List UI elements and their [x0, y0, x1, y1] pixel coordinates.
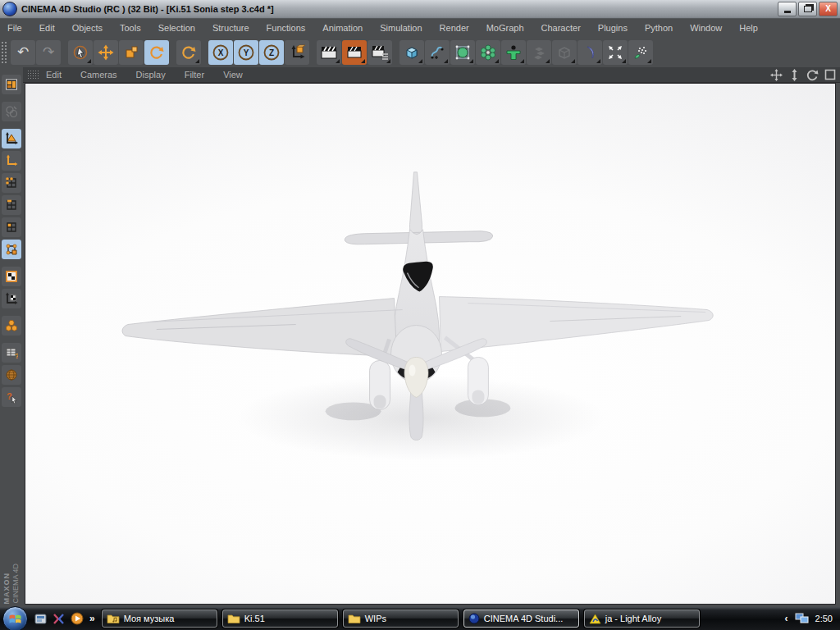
lock-x-button[interactable]: X [208, 40, 233, 65]
lock-z-button[interactable]: Z [259, 40, 284, 65]
commander-button[interactable]: ? [2, 343, 21, 363]
maxon-branding: MAXON CINEMA 4D [2, 564, 21, 607]
perspective-viewport[interactable] [25, 83, 836, 605]
last-tool-button[interactable] [176, 40, 201, 65]
hair-button[interactable] [628, 40, 653, 65]
object-axis-mode-icon [5, 154, 18, 167]
subdivision-surface-button[interactable] [450, 40, 475, 65]
redo-button[interactable]: ↷ [36, 40, 61, 65]
network-icon[interactable] [795, 613, 809, 624]
coordinate-system-button[interactable] [285, 40, 309, 65]
deformer-button[interactable] [527, 40, 551, 65]
menu-objects[interactable]: Objects [72, 23, 103, 33]
convert-button[interactable] [2, 102, 21, 121]
taskbar-button-lightalloy[interactable]: ja - Light Alloy [584, 609, 700, 628]
menu-character[interactable]: Character [541, 23, 581, 33]
close-button[interactable]: X [819, 2, 838, 16]
menu-mograph[interactable]: MoGraph [486, 23, 524, 33]
zoom-view-icon[interactable] [788, 69, 801, 81]
menu-file[interactable]: File [7, 23, 22, 33]
live-selection-button[interactable] [68, 40, 93, 65]
add-cube-button[interactable] [399, 40, 424, 65]
restore-button[interactable] [798, 2, 817, 16]
context-help-button[interactable]: ? [2, 387, 21, 407]
render-view-button[interactable] [317, 40, 341, 65]
minimize-button[interactable] [778, 2, 797, 16]
rotate-button[interactable] [144, 40, 169, 65]
restore-icon [804, 6, 812, 12]
rotate-view-icon[interactable] [806, 69, 819, 81]
menu-help[interactable]: Help [739, 23, 758, 33]
taskbar-button-ki51[interactable]: Ki.51 [222, 609, 338, 628]
model-mode-button[interactable] [2, 129, 21, 148]
menu-structure[interactable]: Structure [212, 23, 249, 33]
viewport-menu-cameras[interactable]: Cameras [80, 70, 117, 80]
edges-mode-icon [5, 199, 18, 212]
commander-icon: ? [5, 346, 18, 359]
render-picture-viewer-button[interactable] [342, 40, 367, 65]
texture-mode-button[interactable] [2, 267, 21, 286]
viewport-menu-display[interactable]: Display [136, 70, 166, 80]
viewport-menu-filter[interactable]: Filter [185, 70, 204, 80]
character-objects-button[interactable] [501, 40, 526, 65]
menu-tools[interactable]: Tools [120, 23, 141, 33]
menu-animation[interactable]: Animation [322, 23, 363, 33]
undo-button[interactable]: ↶ [11, 40, 35, 65]
object-axis-mode-button[interactable] [2, 151, 21, 171]
pan-view-icon[interactable] [770, 69, 783, 81]
scale-button[interactable] [119, 40, 144, 65]
stage-button[interactable] [552, 40, 577, 65]
render-settings-button[interactable] [368, 40, 392, 65]
viewport-menu-view[interactable]: View [223, 70, 243, 80]
quicklaunch-app-icon[interactable] [34, 613, 47, 625]
texture-axis-mode-icon [5, 292, 18, 305]
folder-icon [348, 614, 361, 624]
maxon-logo-text: MAXON [2, 573, 11, 605]
taskbar-button-wips[interactable]: WIPs [343, 609, 459, 628]
taskbar-button-label: WIPs [365, 614, 386, 623]
lock-x-icon: X [212, 43, 230, 62]
viewport-menu-edit[interactable]: Edit [46, 70, 62, 80]
edges-mode-button[interactable] [2, 195, 21, 215]
hair-icon [632, 44, 649, 61]
points-mode-button[interactable] [2, 173, 21, 193]
environment-button[interactable] [578, 40, 602, 65]
menu-functions[interactable]: Functions [267, 23, 306, 33]
taskbar-button-music[interactable]: Моя музыка [102, 609, 217, 628]
quicklaunch-player-icon[interactable] [71, 612, 84, 625]
array-objects-button[interactable] [476, 40, 500, 65]
layout-button[interactable] [2, 75, 21, 94]
spline-pen-button[interactable] [425, 40, 450, 65]
menu-python[interactable]: Python [645, 23, 673, 33]
menu-render[interactable]: Render [440, 23, 469, 33]
internet-button[interactable] [2, 365, 21, 385]
toggle-view-icon[interactable] [824, 69, 836, 80]
c4d-sphere-icon [468, 613, 480, 624]
toolbar-drag-handle[interactable] [1, 41, 8, 64]
rotate-icon [148, 44, 165, 61]
tray-collapse-chevron[interactable]: ‹ [785, 613, 788, 624]
kinematics-mode-button[interactable] [2, 316, 21, 336]
texture-axis-mode-button[interactable] [2, 289, 21, 308]
uv-polygons-mode-button[interactable] [2, 240, 21, 259]
taskbar-button-cinema4d[interactable]: CINEMA 4D Studi... [463, 609, 579, 628]
particles-icon [607, 44, 623, 61]
cinema4d-logo-text: CINEMA 4D [11, 564, 21, 604]
menu-window[interactable]: Window [690, 23, 722, 33]
menu-plugins[interactable]: Plugins [598, 23, 628, 33]
menu-simulation[interactable]: Simulation [380, 23, 422, 33]
menu-edit[interactable]: Edit [39, 23, 55, 33]
viewport-drag-handle[interactable] [27, 70, 39, 80]
lock-y-button[interactable]: Y [234, 40, 258, 65]
quicklaunch-overflow-chevron[interactable]: » [89, 613, 95, 624]
polygons-mode-button[interactable] [2, 217, 21, 237]
model-mode-icon [5, 132, 18, 145]
move-button[interactable] [94, 40, 118, 65]
svg-text:Z: Z [269, 48, 274, 57]
layout-icon [5, 78, 18, 91]
menu-selection[interactable]: Selection [158, 23, 195, 33]
start-button[interactable] [2, 606, 28, 630]
texture-mode-icon [5, 270, 18, 283]
particles-button[interactable] [603, 40, 628, 65]
quicklaunch-editor-icon[interactable] [52, 613, 65, 625]
